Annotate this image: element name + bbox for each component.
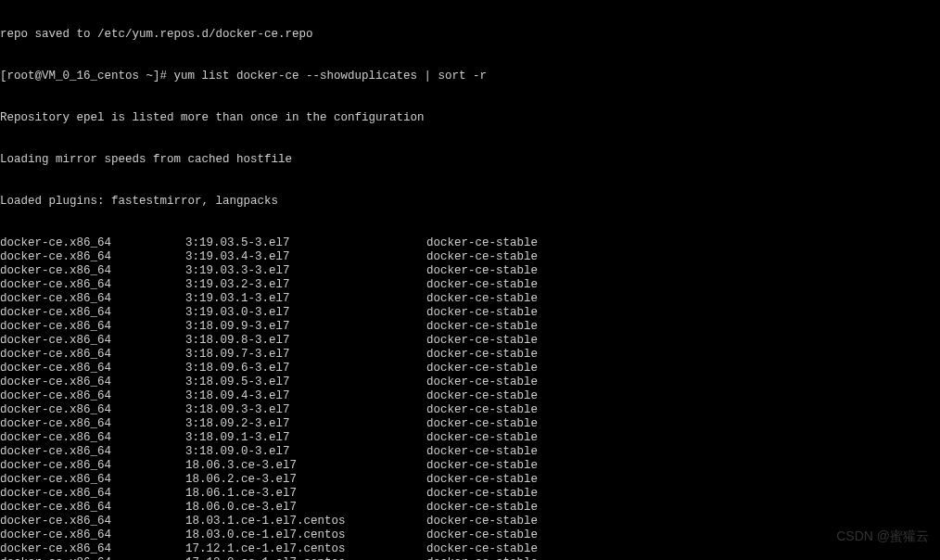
package-row: docker-ce.x86_643:18.09.3-3.el7docker-ce… — [0, 403, 940, 417]
package-repo: docker-ce-stable — [426, 320, 538, 334]
package-row: docker-ce.x86_643:19.03.2-3.el7docker-ce… — [0, 278, 940, 292]
package-row: docker-ce.x86_643:18.09.9-3.el7docker-ce… — [0, 320, 940, 334]
package-row: docker-ce.x86_643:18.09.6-3.el7docker-ce… — [0, 362, 940, 375]
package-repo: docker-ce-stable — [426, 556, 538, 560]
package-row: docker-ce.x86_643:18.09.1-3.el7docker-ce… — [0, 431, 940, 445]
package-name: docker-ce.x86_64 — [0, 445, 185, 459]
output-line: Loaded plugins: fastestmirror, langpacks — [0, 195, 940, 209]
package-version: 3:18.09.6-3.el7 — [185, 362, 426, 375]
command-text: yum list docker-ce --showduplicates | so… — [174, 70, 488, 83]
package-row: docker-ce.x86_6418.06.0.ce-3.el7docker-c… — [0, 501, 940, 515]
package-version: 3:18.09.1-3.el7 — [185, 431, 426, 445]
package-version: 3:18.09.8-3.el7 — [185, 334, 426, 348]
package-repo: docker-ce-stable — [426, 515, 538, 528]
package-name: docker-ce.x86_64 — [0, 389, 185, 403]
package-name: docker-ce.x86_64 — [0, 487, 185, 501]
package-repo: docker-ce-stable — [426, 292, 538, 306]
output-line: Loading mirror speeds from cached hostfi… — [0, 153, 940, 167]
package-name: docker-ce.x86_64 — [0, 334, 185, 348]
package-repo: docker-ce-stable — [426, 501, 538, 515]
package-name: docker-ce.x86_64 — [0, 362, 185, 375]
package-row: docker-ce.x86_643:18.09.5-3.el7docker-ce… — [0, 375, 940, 389]
package-version: 3:18.09.4-3.el7 — [185, 389, 426, 403]
package-row: docker-ce.x86_643:19.03.0-3.el7docker-ce… — [0, 306, 940, 320]
package-row: docker-ce.x86_6418.06.1.ce-3.el7docker-c… — [0, 487, 940, 501]
package-row: docker-ce.x86_6418.03.0.ce-1.el7.centosd… — [0, 528, 940, 542]
package-repo: docker-ce-stable — [426, 473, 538, 487]
shell-prompt: [root@VM_0_16_centos ~]# — [0, 70, 174, 83]
package-repo: docker-ce-stable — [426, 542, 538, 556]
package-repo: docker-ce-stable — [426, 528, 538, 542]
package-repo: docker-ce-stable — [426, 431, 538, 445]
package-name: docker-ce.x86_64 — [0, 459, 185, 473]
package-repo: docker-ce-stable — [426, 334, 538, 348]
package-name: docker-ce.x86_64 — [0, 348, 185, 362]
package-repo: docker-ce-stable — [426, 403, 538, 417]
package-name: docker-ce.x86_64 — [0, 542, 185, 556]
package-name: docker-ce.x86_64 — [0, 278, 185, 292]
package-version: 18.06.3.ce-3.el7 — [185, 459, 426, 473]
package-version: 17.12.1.ce-1.el7.centos — [185, 542, 426, 556]
package-repo: docker-ce-stable — [426, 445, 538, 459]
package-version: 3:18.09.7-3.el7 — [185, 348, 426, 362]
package-name: docker-ce.x86_64 — [0, 306, 185, 320]
package-repo: docker-ce-stable — [426, 487, 538, 501]
package-name: docker-ce.x86_64 — [0, 264, 185, 278]
package-version: 3:19.03.1-3.el7 — [185, 292, 426, 306]
package-row: docker-ce.x86_643:18.09.0-3.el7docker-ce… — [0, 445, 940, 459]
package-name: docker-ce.x86_64 — [0, 250, 185, 264]
package-name: docker-ce.x86_64 — [0, 501, 185, 515]
package-version: 3:18.09.3-3.el7 — [185, 403, 426, 417]
package-version: 3:19.03.5-3.el7 — [185, 236, 426, 250]
output-line: Repository epel is listed more than once… — [0, 111, 940, 125]
package-repo: docker-ce-stable — [426, 459, 538, 473]
package-repo: docker-ce-stable — [426, 375, 538, 389]
package-row: docker-ce.x86_643:19.03.5-3.el7docker-ce… — [0, 236, 940, 250]
package-name: docker-ce.x86_64 — [0, 515, 185, 528]
package-version: 3:19.03.4-3.el7 — [185, 250, 426, 264]
package-row: docker-ce.x86_643:18.09.8-3.el7docker-ce… — [0, 334, 940, 348]
package-repo: docker-ce-stable — [426, 362, 538, 375]
package-name: docker-ce.x86_64 — [0, 292, 185, 306]
package-row: docker-ce.x86_643:18.09.7-3.el7docker-ce… — [0, 348, 940, 362]
package-repo: docker-ce-stable — [426, 264, 538, 278]
package-version: 3:18.09.9-3.el7 — [185, 320, 426, 334]
package-version: 3:18.09.5-3.el7 — [185, 375, 426, 389]
package-row: docker-ce.x86_643:19.03.4-3.el7docker-ce… — [0, 250, 940, 264]
package-version: 18.03.1.ce-1.el7.centos — [185, 515, 426, 528]
package-version: 18.06.2.ce-3.el7 — [185, 473, 426, 487]
package-row: docker-ce.x86_643:18.09.4-3.el7docker-ce… — [0, 389, 940, 403]
package-name: docker-ce.x86_64 — [0, 403, 185, 417]
package-version: 18.06.0.ce-3.el7 — [185, 501, 426, 515]
package-version: 18.06.1.ce-3.el7 — [185, 487, 426, 501]
package-version: 3:19.03.3-3.el7 — [185, 264, 426, 278]
package-repo: docker-ce-stable — [426, 389, 538, 403]
package-row: docker-ce.x86_643:19.03.1-3.el7docker-ce… — [0, 292, 940, 306]
package-version: 3:18.09.0-3.el7 — [185, 445, 426, 459]
package-row: docker-ce.x86_643:19.03.3-3.el7docker-ce… — [0, 264, 940, 278]
package-repo: docker-ce-stable — [426, 236, 538, 250]
package-row: docker-ce.x86_6418.06.2.ce-3.el7docker-c… — [0, 473, 940, 487]
package-name: docker-ce.x86_64 — [0, 431, 185, 445]
package-name: docker-ce.x86_64 — [0, 236, 185, 250]
package-name: docker-ce.x86_64 — [0, 556, 185, 560]
package-name: docker-ce.x86_64 — [0, 320, 185, 334]
package-version: 17.12.0.ce-1.el7.centos — [185, 556, 426, 560]
package-row: docker-ce.x86_643:18.09.2-3.el7docker-ce… — [0, 417, 940, 431]
package-name: docker-ce.x86_64 — [0, 473, 185, 487]
package-name: docker-ce.x86_64 — [0, 528, 185, 542]
package-row: docker-ce.x86_6417.12.0.ce-1.el7.centosd… — [0, 556, 940, 560]
package-name: docker-ce.x86_64 — [0, 417, 185, 431]
package-repo: docker-ce-stable — [426, 306, 538, 320]
package-row: docker-ce.x86_6418.06.3.ce-3.el7docker-c… — [0, 459, 940, 473]
package-repo: docker-ce-stable — [426, 250, 538, 264]
package-row: docker-ce.x86_6417.12.1.ce-1.el7.centosd… — [0, 542, 940, 556]
package-version: 3:19.03.0-3.el7 — [185, 306, 426, 320]
terminal-output[interactable]: repo saved to /etc/yum.repos.d/docker-ce… — [0, 0, 940, 560]
package-version: 3:19.03.2-3.el7 — [185, 278, 426, 292]
package-row: docker-ce.x86_6418.03.1.ce-1.el7.centosd… — [0, 515, 940, 528]
package-repo: docker-ce-stable — [426, 417, 538, 431]
package-version: 18.03.0.ce-1.el7.centos — [185, 528, 426, 542]
package-repo: docker-ce-stable — [426, 278, 538, 292]
package-version: 3:18.09.2-3.el7 — [185, 417, 426, 431]
